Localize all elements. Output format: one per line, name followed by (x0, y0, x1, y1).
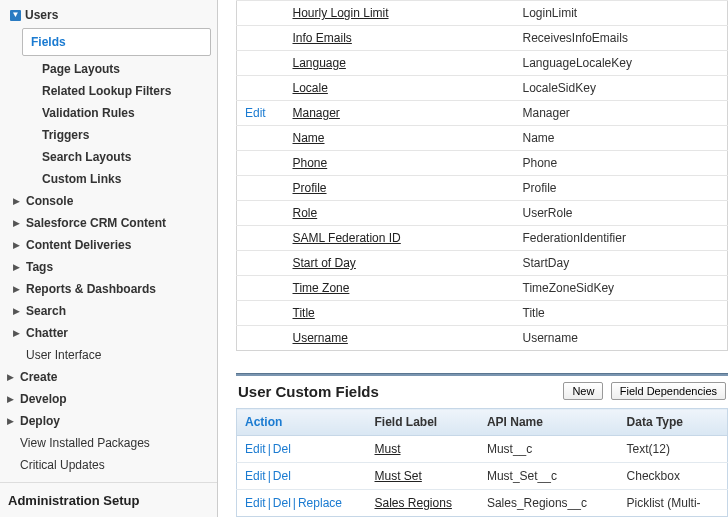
table-row: Language LanguageLocaleKey (237, 51, 728, 76)
tree-node[interactable]: ▶Develop (0, 388, 217, 410)
field-label-link[interactable]: Must (375, 442, 401, 456)
data-type: Checkbox (619, 463, 728, 490)
tree-label: Users (25, 6, 58, 24)
field-label-link[interactable]: Locale (293, 81, 328, 95)
field-label-link[interactable]: Name (293, 131, 325, 145)
tree-node[interactable]: View Installed Packages (0, 432, 217, 454)
del-link[interactable]: Del (273, 469, 291, 483)
new-button[interactable]: New (563, 382, 603, 400)
standard-fields-table: Hourly Login Limit LoginLimit Info Email… (236, 0, 728, 351)
api-name: Manager (515, 101, 728, 126)
table-row: Edit|Del Must Must__c Text(12) (237, 436, 728, 463)
expand-icon[interactable]: ▶ (10, 283, 22, 295)
api-name: Sales_Regions__c (479, 490, 619, 517)
api-name: UserRole (515, 201, 728, 226)
api-name: StartDay (515, 251, 728, 276)
table-row: Phone Phone (237, 151, 728, 176)
tree-node[interactable]: ▶Search (0, 300, 217, 322)
api-name: Must__c (479, 436, 619, 463)
section-title: User Custom Fields (238, 383, 379, 400)
api-name: Name (515, 126, 728, 151)
table-row: Profile Profile (237, 176, 728, 201)
field-label-link[interactable]: Time Zone (293, 281, 350, 295)
field-dependencies-button[interactable]: Field Dependencies (611, 382, 726, 400)
tree-node[interactable]: Search Layouts (0, 146, 217, 168)
expand-icon[interactable]: ▶ (4, 371, 16, 383)
field-label-link[interactable]: Phone (293, 156, 328, 170)
field-label-link[interactable]: Hourly Login Limit (293, 6, 389, 20)
expand-icon[interactable]: ▶ (10, 327, 22, 339)
expand-icon[interactable]: ▶ (10, 217, 22, 229)
table-row: SAML Federation ID FederationIdentifier (237, 226, 728, 251)
field-label-link[interactable]: Language (293, 56, 346, 70)
collapse-icon[interactable]: ▼ (10, 10, 21, 21)
api-name: LocaleSidKey (515, 76, 728, 101)
tree-node[interactable]: Critical Updates (0, 454, 217, 476)
expand-icon[interactable]: ▶ (4, 415, 16, 427)
table-row: Name Name (237, 126, 728, 151)
tree-node[interactable]: ▶Content Deliveries (0, 234, 217, 256)
tree-node[interactable]: ▶Tags (0, 256, 217, 278)
del-link[interactable]: Del (273, 442, 291, 456)
edit-link[interactable]: Edit (245, 496, 266, 510)
api-name: Must_Set__c (479, 463, 619, 490)
table-row: Edit Manager Manager (237, 101, 728, 126)
table-row: Start of Day StartDay (237, 251, 728, 276)
tree-node[interactable]: ▶Deploy (0, 410, 217, 432)
table-row: Locale LocaleSidKey (237, 76, 728, 101)
table-row: Username Username (237, 326, 728, 351)
tree-node[interactable]: ▶Reports & Dashboards (0, 278, 217, 300)
tree-node[interactable]: Related Lookup Filters (0, 80, 217, 102)
edit-link[interactable]: Edit (245, 469, 266, 483)
tree-node-fields[interactable]: Fields (22, 28, 211, 56)
expand-icon[interactable]: ▶ (10, 239, 22, 251)
field-label-link[interactable]: SAML Federation ID (293, 231, 401, 245)
edit-link[interactable]: Edit (245, 442, 266, 456)
field-label-link[interactable]: Role (293, 206, 318, 220)
table-row: Edit|Del|Replace Sales Regions Sales_Reg… (237, 490, 728, 517)
field-label-link[interactable]: Must Set (375, 469, 422, 483)
replace-link[interactable]: Replace (298, 496, 342, 510)
tree-node[interactable]: Validation Rules (0, 102, 217, 124)
field-label-link[interactable]: Profile (293, 181, 327, 195)
api-name: Phone (515, 151, 728, 176)
tree-node[interactable]: Triggers (0, 124, 217, 146)
col-field-label: Field Label (367, 409, 479, 436)
main-content: Hourly Login Limit LoginLimit Info Email… (218, 0, 728, 517)
tree-node[interactable]: ▶Console (0, 190, 217, 212)
expand-icon[interactable]: ▶ (4, 393, 16, 405)
api-name: Profile (515, 176, 728, 201)
expand-icon[interactable]: ▶ (10, 305, 22, 317)
table-row: Edit|Del Must Set Must_Set__c Checkbox (237, 463, 728, 490)
tree-node[interactable]: ▶Create (0, 366, 217, 388)
del-link[interactable]: Del (273, 496, 291, 510)
tree-node[interactable]: Page Layouts (0, 58, 217, 80)
api-name: Title (515, 301, 728, 326)
field-label-link[interactable]: Username (293, 331, 348, 345)
edit-link[interactable]: Edit (245, 106, 266, 120)
table-row: Hourly Login Limit LoginLimit (237, 1, 728, 26)
field-label-link[interactable]: Start of Day (293, 256, 356, 270)
api-name: ReceivesInfoEmails (515, 26, 728, 51)
table-row: Title Title (237, 301, 728, 326)
tree-node[interactable]: Custom Links (0, 168, 217, 190)
tree-node-manage-users[interactable]: ▶ Manage Users (0, 512, 217, 517)
tree-node-users[interactable]: ▼ Users (0, 4, 217, 26)
admin-setup-header: Administration Setup (0, 482, 217, 512)
field-label-link[interactable]: Title (293, 306, 315, 320)
table-row: Info Emails ReceivesInfoEmails (237, 26, 728, 51)
api-name: TimeZoneSidKey (515, 276, 728, 301)
field-label-link[interactable]: Sales Regions (375, 496, 452, 510)
tree-node[interactable]: ▶Salesforce CRM Content (0, 212, 217, 234)
api-name: FederationIdentifier (515, 226, 728, 251)
custom-fields-header: User Custom Fields New Field Dependencie… (236, 376, 728, 408)
expand-icon[interactable]: ▶ (10, 195, 22, 207)
expand-icon[interactable]: ▶ (10, 261, 22, 273)
tree-node[interactable]: User Interface (0, 344, 217, 366)
col-action: Action (237, 409, 367, 436)
tree-node[interactable]: ▶Chatter (0, 322, 217, 344)
data-type: Picklist (Multi- (619, 490, 728, 517)
field-label-link[interactable]: Manager (293, 106, 340, 120)
field-label-link[interactable]: Info Emails (293, 31, 352, 45)
data-type: Text(12) (619, 436, 728, 463)
